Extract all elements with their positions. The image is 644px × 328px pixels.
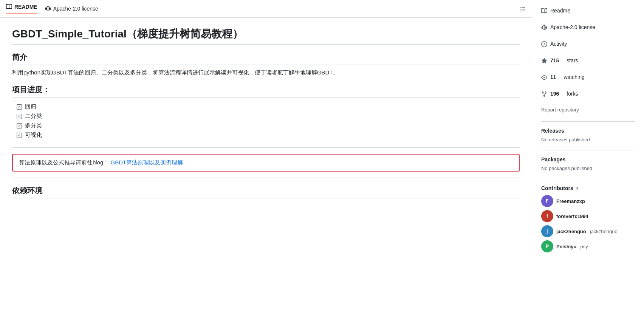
readme-header: README Apache-2.0 license	[0, 0, 532, 18]
watching-label: watching	[564, 74, 584, 80]
sidebar-item-activity[interactable]: Activity	[541, 39, 635, 48]
contributors-heading: Contributors	[541, 185, 573, 191]
toc-icon[interactable]	[520, 5, 526, 12]
readme-tab[interactable]: README	[6, 4, 37, 14]
readme-title: GBDT_Simple_Tutorial（梯度提升树简易教程）	[12, 27, 520, 45]
license-sidebar-link[interactable]: Apache-2.0 license	[550, 24, 595, 30]
sidebar-section-report: Report repository	[541, 106, 635, 114]
sidebar-section-activity: Activity	[541, 39, 635, 48]
checkbox-icon	[17, 104, 22, 110]
sidebar-item-readme[interactable]: Readme	[541, 6, 635, 15]
checklist-item: 二分类	[17, 111, 520, 121]
divider	[12, 147, 520, 148]
sidebar-section-releases: Releases No releases published	[541, 128, 635, 142]
sidebar-section-readme: Readme	[541, 6, 635, 15]
book-sidebar-icon	[541, 7, 547, 14]
contributor-avatar: F	[541, 195, 553, 207]
sidebar-item-forks[interactable]: 196 forks	[541, 89, 635, 98]
contributor-item[interactable]: j jackzhenguo jackzhenguo	[541, 225, 635, 237]
sidebar: Readme Apache-2.0 license	[532, 0, 644, 328]
sidebar-section-packages: Packages No packages published	[541, 156, 635, 171]
book-icon	[6, 4, 12, 10]
checkbox-icon	[17, 123, 22, 128]
checklist-item: 多分类	[17, 121, 520, 130]
contributors-count: 4	[576, 186, 578, 191]
section-progress-title: 项目进度：	[12, 85, 520, 97]
releases-empty: No releases published	[541, 137, 635, 142]
activity-sidebar-link[interactable]: Activity	[550, 41, 567, 47]
sidebar-divider-3	[541, 179, 635, 179]
contributor-avatar: f	[541, 210, 553, 222]
checklist-label: 可视化	[25, 132, 42, 139]
readme-tab-label: README	[14, 4, 37, 10]
blog-box: 算法原理以及公式推导请前往blog： GBDT算法原理以及实例理解	[12, 154, 520, 172]
packages-empty: No packages published	[541, 166, 635, 171]
sidebar-item-watching[interactable]: 11 watching	[541, 73, 635, 82]
releases-heading: Releases	[541, 128, 635, 134]
contributor-avatar: P	[541, 240, 553, 252]
sidebar-section-forks: 196 forks	[541, 89, 635, 98]
contributor-name: Freemanzxp	[556, 198, 585, 204]
contributor-name: jackzhenguo	[556, 229, 586, 234]
star-sidebar-icon	[541, 57, 547, 64]
contributor-item[interactable]: f foreverfc1994	[541, 210, 635, 222]
eye-sidebar-icon	[541, 74, 547, 80]
contributor-name: foreverfc1994	[556, 214, 588, 219]
balance-icon	[45, 6, 51, 12]
contributors-list: F Freemanzxp f foreverfc1994 j jackzheng…	[541, 195, 635, 252]
section-intro-title: 简介	[12, 52, 520, 65]
list-icon	[520, 6, 526, 12]
forks-count: 196	[550, 91, 559, 97]
packages-heading: Packages	[541, 156, 635, 162]
sidebar-item-license[interactable]: Apache-2.0 license	[541, 23, 635, 32]
checklist-label: 多分类	[25, 122, 42, 129]
sidebar-divider-2	[541, 150, 635, 150]
intro-paragraph: 利用python实现GBDT算法的回归、二分类以及多分类，将算法流程详情进行展示…	[12, 68, 520, 77]
checklist-label: 回归	[25, 103, 36, 110]
forks-label: forks	[567, 91, 578, 97]
contributor-avatar: j	[541, 225, 553, 237]
activity-sidebar-icon	[541, 40, 547, 47]
license-tab[interactable]: Apache-2.0 license	[45, 6, 98, 12]
sidebar-divider	[541, 121, 635, 122]
sidebar-section-watching: 11 watching	[541, 73, 635, 82]
sidebar-section-license: Apache-2.0 license	[541, 23, 635, 32]
contributor-item[interactable]: F Freemanzxp	[541, 195, 635, 207]
report-label: Report repository	[541, 107, 579, 113]
checkbox-icon	[17, 114, 22, 119]
checkbox-icon	[17, 133, 22, 138]
contributor-handle: psy	[580, 244, 588, 249]
license-tab-label: Apache-2.0 license	[53, 6, 98, 12]
watching-count: 11	[550, 74, 556, 80]
balance-sidebar-icon	[541, 24, 547, 31]
fork-sidebar-icon	[541, 90, 547, 97]
checklist-item: 回归	[17, 102, 520, 111]
section-deps-title: 依赖环境	[12, 186, 520, 198]
sidebar-section-stars: 715 stars	[541, 56, 635, 65]
stars-label: stars	[567, 57, 578, 63]
contributor-name: Peishiyu	[556, 244, 576, 249]
divider	[12, 178, 520, 178]
checklist-label: 二分类	[25, 113, 42, 120]
blog-prefix: 算法原理以及公式推导请前往blog：	[19, 159, 109, 166]
contributor-item[interactable]: P Peishiyu psy	[541, 240, 635, 252]
sidebar-item-stars[interactable]: 715 stars	[541, 56, 635, 65]
contributor-handle: jackzhenguo	[590, 229, 618, 234]
checklist: 回归 二分类 多分类 可视化	[17, 101, 520, 141]
blog-link[interactable]: GBDT算法原理以及实例理解	[111, 159, 183, 166]
checklist-item: 可视化	[17, 130, 520, 140]
sidebar-section-contributors: Contributors 4 F Freemanzxp f foreverfc1…	[541, 185, 635, 252]
stars-count: 715	[550, 57, 559, 63]
report-repository-link[interactable]: Report repository	[541, 106, 635, 114]
readme-body: GBDT_Simple_Tutorial（梯度提升树简易教程） 简介 利用pyt…	[0, 18, 532, 214]
readme-sidebar-link[interactable]: Readme	[550, 8, 570, 14]
